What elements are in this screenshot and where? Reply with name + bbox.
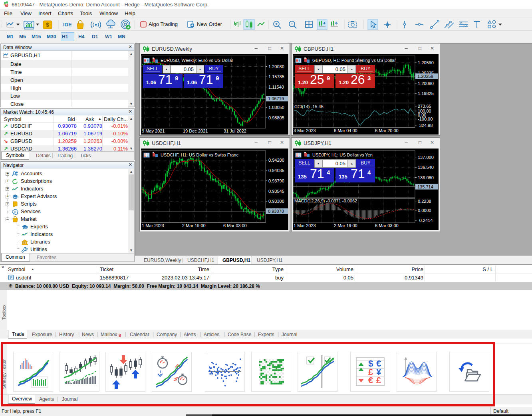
- svg-text:MACD(12,26,9) -0.0371 -0.0062: MACD(12,26,9) -0.0371 -0.0062: [294, 198, 357, 203]
- svg-text:0.98805: 0.98805: [268, 115, 284, 120]
- svg-text:0.94035: 0.94035: [268, 168, 284, 173]
- svg-text:0.93300: 0.93300: [268, 199, 284, 204]
- svg-text:0.2238: 0.2238: [418, 199, 431, 204]
- svg-text:137.000: 137.000: [418, 155, 434, 160]
- svg-text:-0.2414: -0.2414: [418, 218, 433, 223]
- svg-text:EURUSD, Weekly: Euro vs US Dol: EURUSD, Weekly: Euro vs US Dollar: [161, 58, 233, 63]
- svg-text:-100.00: -100.00: [418, 117, 433, 121]
- svg-text:0.0000: 0.0000: [418, 208, 431, 213]
- svg-text:1.19825: 1.19825: [418, 91, 434, 96]
- svg-text:GBPUSD, H1: Pound Sterling vs: GBPUSD, H1: Pound Sterling vs US Dollar: [312, 58, 396, 63]
- svg-text:0.93790: 0.93790: [268, 178, 284, 183]
- svg-text:3 Mar 2023: 3 Mar 2023: [294, 128, 316, 133]
- svg-text:6 Mar 04:00: 6 Mar 04:00: [334, 128, 357, 133]
- svg-text:0.93545: 0.93545: [268, 189, 284, 194]
- svg-text:1.15785: 1.15785: [268, 74, 284, 79]
- svg-text:1.20259: 1.20259: [417, 74, 433, 79]
- svg-text:2 Mar 19:00: 2 Mar 19:00: [182, 223, 206, 228]
- svg-text:2 Mar 19:00: 2 Mar 19:00: [334, 223, 357, 228]
- svg-text:1.20590: 1.20590: [418, 60, 434, 65]
- svg-text:1 Mar 2023: 1 Mar 2023: [142, 223, 164, 228]
- svg-text:6 Mar 20:00: 6 Mar 20:00: [375, 128, 399, 133]
- svg-text:0.93078: 0.93078: [268, 209, 284, 214]
- svg-text:6 Mar 03:00: 6 Mar 03:00: [375, 223, 399, 228]
- svg-text:273.65: 273.65: [418, 104, 431, 109]
- svg-text:$: $: [46, 22, 49, 28]
- svg-text:-324.98: -324.98: [418, 123, 433, 128]
- svg-text:1.06719: 1.06719: [268, 96, 284, 101]
- svg-text:31 Jul 2022: 31 Jul 2022: [224, 129, 246, 133]
- svg-text:1.11540: 1.11540: [268, 85, 284, 89]
- svg-text:9 May 2021: 9 May 2021: [142, 129, 165, 133]
- svg-text:1.20080: 1.20080: [418, 81, 434, 86]
- svg-text:1.20030: 1.20030: [268, 64, 284, 69]
- svg-text:IDE: IDE: [63, 22, 72, 28]
- svg-text:0.94280: 0.94280: [268, 158, 284, 162]
- svg-text:135.714: 135.714: [417, 184, 433, 189]
- svg-text:136.080: 136.080: [418, 175, 434, 180]
- svg-text:19 Dec 2021: 19 Dec 2021: [183, 129, 208, 133]
- svg-text:136.540: 136.540: [418, 165, 434, 170]
- svg-text:6 Mar 03:00: 6 Mar 03:00: [223, 223, 247, 228]
- svg-text:USDJPY, H1: US Dollar vs Yen: USDJPY, H1: US Dollar vs Yen: [312, 153, 373, 157]
- svg-text:CCI(14) -15.45: CCI(14) -15.45: [294, 104, 324, 109]
- svg-text:USDCHF, H1: US Dollar vs Swiss: USDCHF, H1: US Dollar vs Swiss Franc: [161, 153, 238, 157]
- svg-text:5: 5: [6, 4, 8, 7]
- svg-text:1.03050: 1.03050: [268, 105, 284, 110]
- svg-text:1 Mar 2023: 1 Mar 2023: [294, 223, 316, 228]
